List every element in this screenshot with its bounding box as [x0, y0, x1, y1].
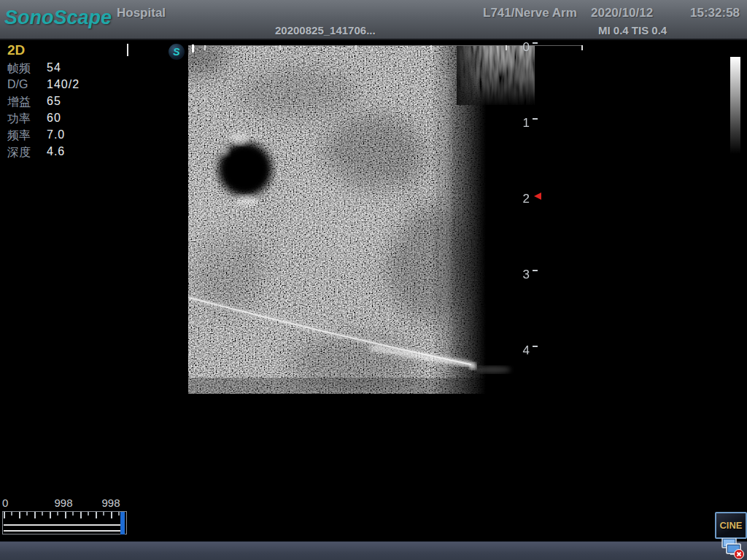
param-value: 60 — [47, 112, 61, 125]
depth-tick-dash — [533, 42, 538, 44]
network-disconnected-icon[interactable] — [720, 538, 745, 559]
vertical-artifact-streak — [441, 71, 451, 377]
cine-total-frames: 998 — [93, 497, 129, 509]
param-label: D/G — [7, 78, 28, 91]
ultrasound-screen: SonoScape Hospital 20200825_141706... L7… — [0, 0, 747, 560]
depth-tick-0: 0 — [511, 40, 530, 55]
depth-tick-dash — [533, 346, 538, 347]
cine-position-handle[interactable] — [120, 512, 125, 534]
ruler-tick — [355, 45, 357, 50]
ultrasound-b-mode-image[interactable] — [188, 45, 535, 394]
gray-map-bar — [730, 57, 740, 159]
depth-tick-dash — [533, 270, 538, 271]
hospital-name: Hospital — [117, 6, 166, 20]
cine-track-lines — [4, 524, 123, 532]
cine-start-frame: 0 — [2, 497, 8, 509]
param-value: 54 — [47, 61, 61, 74]
param-label: 帧频 — [7, 61, 31, 77]
brand-logo: SonoScape — [4, 7, 112, 29]
param-label: 频率 — [7, 128, 31, 144]
depth-tick-4: 4 — [511, 343, 530, 358]
exam-id: 20200825_141706... — [275, 24, 376, 36]
ruler-tick — [430, 45, 432, 50]
param-label: 深度 — [7, 145, 31, 160]
param-label: 功率 — [7, 112, 31, 127]
param-row-power: 功率 60 — [0, 112, 117, 128]
cine-current-frame: 998 — [45, 497, 82, 509]
ruler-origin-tick — [192, 44, 194, 52]
param-row-gain: 增益 65 — [0, 95, 117, 112]
ruler-tick — [506, 45, 507, 50]
param-label: 增益 — [7, 95, 31, 110]
ruler-tick — [204, 45, 206, 50]
param-value: 4.6 — [47, 145, 65, 158]
param-value: 140/2 — [47, 78, 80, 91]
param-row-framerate: 帧频 54 — [0, 61, 117, 78]
text-cursor-mark — [127, 44, 128, 56]
ruler-tick — [279, 45, 281, 50]
orientation-marker-icon: S — [169, 44, 185, 60]
depth-tick-1: 1 — [511, 116, 530, 131]
param-value: 65 — [47, 95, 61, 108]
param-row-frequency: 频率 7.0 — [0, 128, 117, 145]
param-row-dg: D/G 140/2 — [0, 78, 117, 95]
bottom-taskbar — [0, 541, 747, 560]
depth-tick-dash — [533, 118, 538, 120]
mode-label-2d: 2D — [7, 42, 25, 58]
date-display: 2020/10/12 — [591, 6, 653, 20]
depth-tick-2: 2 — [511, 192, 530, 206]
cine-ruler-subticks — [11, 512, 123, 516]
param-row-depth: 深度 4.6 — [0, 145, 117, 162]
mi-tis-display: MI 0.4 TIS 0.4 — [598, 24, 667, 36]
time-display: 15:32:58 — [690, 6, 740, 20]
probe-preset: L741/Nerve Arm — [483, 6, 577, 20]
ruler-tick — [581, 45, 583, 50]
cine-button[interactable]: CINE — [715, 512, 747, 539]
param-value: 7.0 — [47, 128, 65, 141]
focus-position-marker[interactable] — [534, 192, 541, 200]
depth-tick-3: 3 — [511, 268, 530, 282]
